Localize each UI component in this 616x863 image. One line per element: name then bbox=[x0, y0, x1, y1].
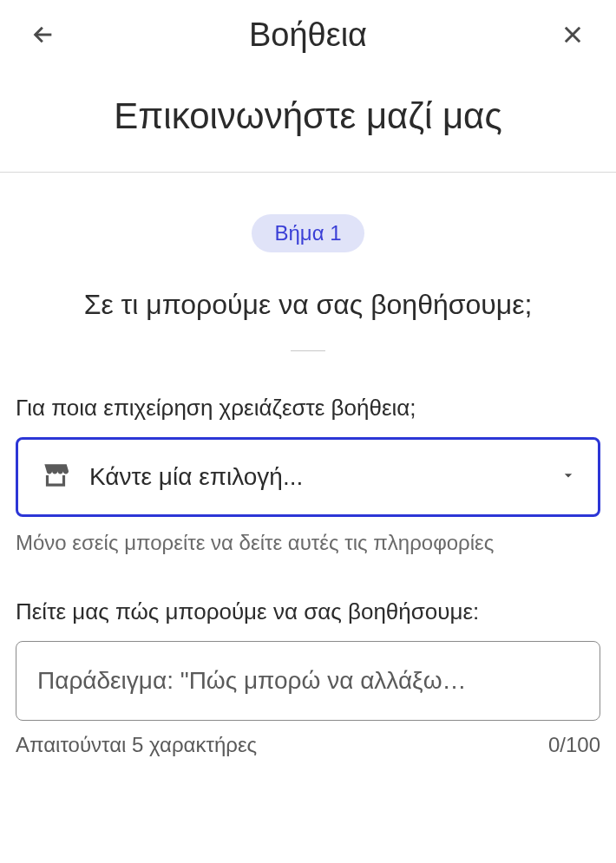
arrow-left-icon bbox=[31, 23, 56, 47]
mini-divider bbox=[291, 350, 325, 351]
page-heading: Επικοινωνήστε μαζί μας bbox=[0, 69, 616, 172]
message-requirement: Απαιτούνται 5 χαρακτήρες bbox=[16, 733, 257, 757]
business-select-placeholder: Κάντε μία επιλογή... bbox=[89, 463, 542, 491]
storefront-icon bbox=[39, 459, 72, 495]
close-button[interactable] bbox=[555, 17, 590, 52]
scroll-area[interactable]: Επικοινωνήστε μαζί μας Βήμα 1 Σε τι μπορ… bbox=[0, 69, 616, 863]
content: Βήμα 1 Σε τι μπορούμε να σας βοηθήσουμε;… bbox=[0, 173, 616, 757]
back-button[interactable] bbox=[26, 17, 61, 52]
step-heading: Σε τι μπορούμε να σας βοηθήσουμε; bbox=[16, 285, 600, 324]
business-select[interactable]: Κάντε μία επιλογή... bbox=[16, 437, 600, 517]
chevron-down-icon bbox=[560, 467, 577, 487]
close-icon bbox=[560, 23, 585, 47]
business-field-block: Για ποια επιχείρηση χρειάζεστε βοήθεια; … bbox=[16, 395, 600, 555]
page-title: Βοήθεια bbox=[61, 16, 555, 54]
message-placeholder: Παράδειγμα: "Πώς μπορώ να αλλάξω… bbox=[37, 667, 579, 695]
message-counter-row: Απαιτούνται 5 χαρακτήρες 0/100 bbox=[16, 733, 600, 757]
topbar: Βοήθεια bbox=[0, 0, 616, 69]
message-field-block: Πείτε μας πώς μπορούμε να σας βοηθήσουμε… bbox=[16, 598, 600, 757]
message-field-label: Πείτε μας πώς μπορούμε να σας βοηθήσουμε… bbox=[16, 598, 600, 625]
business-field-helper: Μόνο εσείς μπορείτε να δείτε αυτές τις π… bbox=[16, 531, 600, 555]
business-field-label: Για ποια επιχείρηση χρειάζεστε βοήθεια; bbox=[16, 395, 600, 422]
step-badge: Βήμα 1 bbox=[252, 214, 364, 252]
step-badge-wrap: Βήμα 1 bbox=[16, 173, 600, 252]
message-input[interactable]: Παράδειγμα: "Πώς μπορώ να αλλάξω… bbox=[16, 641, 600, 721]
message-counter: 0/100 bbox=[548, 733, 600, 757]
